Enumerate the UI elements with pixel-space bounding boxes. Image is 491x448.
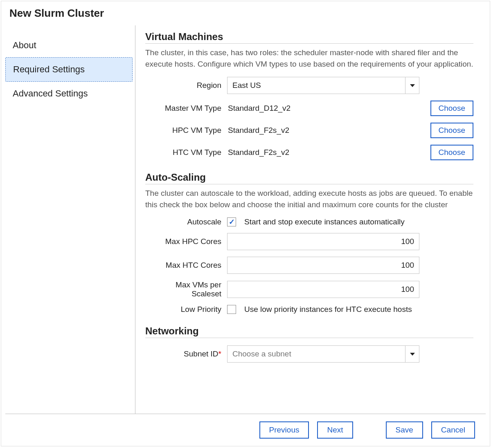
cancel-button[interactable]: Cancel: [431, 421, 475, 439]
chevron-down-icon: [410, 84, 415, 87]
label-low-priority: Low Priority: [145, 305, 227, 314]
master-vm-type-value: Standard_D12_v2: [227, 104, 426, 113]
section-auto-scaling: Auto-Scaling The cluster can autoscale t…: [145, 172, 473, 314]
chevron-down-icon: [410, 353, 415, 356]
sidebar-item-label: Advanced Settings: [13, 88, 88, 99]
section-heading: Networking: [145, 325, 473, 338]
section-heading: Virtual Machines: [145, 31, 473, 44]
save-button[interactable]: Save: [386, 421, 423, 439]
sidebar-item-advanced-settings[interactable]: Advanced Settings: [5, 82, 133, 105]
required-asterisk: *: [218, 349, 221, 358]
region-select[interactable]: East US: [227, 77, 419, 94]
wizard-footer: Previous Next Save Cancel: [5, 414, 486, 446]
row-low-priority: Low Priority Use low priority instances …: [145, 305, 473, 314]
region-select-value: East US: [227, 77, 405, 94]
low-priority-checkbox-label: Use low priority instances for HTC execu…: [244, 305, 412, 314]
label-max-vms-per-scaleset: Max VMs per Scaleset: [145, 280, 227, 298]
new-cluster-panel: New Slurm Cluster About Required Setting…: [1, 1, 490, 446]
autoscale-checkbox[interactable]: ✓: [227, 217, 236, 226]
max-htc-cores-input[interactable]: [227, 257, 419, 274]
row-autoscale: Autoscale ✓ Start and stop execute insta…: [145, 217, 473, 226]
label-htc-vm-type: HTC VM Type: [145, 148, 227, 157]
low-priority-checkbox[interactable]: [227, 305, 236, 314]
section-description: The cluster, in this case, has two roles…: [145, 47, 473, 69]
label-subnet-id-text: Subnet ID: [184, 349, 218, 358]
max-vms-per-scaleset-input[interactable]: [227, 281, 419, 298]
label-hpc-vm-type: HPC VM Type: [145, 126, 227, 135]
sidebar-item-label: Required Settings: [13, 64, 85, 74]
footer-gap: [361, 421, 378, 439]
label-autoscale: Autoscale: [145, 217, 227, 226]
row-max-vms-per-scaleset: Max VMs per Scaleset: [145, 280, 473, 298]
previous-button[interactable]: Previous: [259, 421, 309, 439]
wizard-content: Virtual Machines The cluster, in this ca…: [135, 25, 486, 414]
row-max-htc-cores: Max HTC Cores: [145, 257, 473, 274]
subnet-select-toggle[interactable]: [405, 346, 419, 362]
sidebar-item-label: About: [13, 40, 36, 50]
panel-title: New Slurm Cluster: [1, 1, 490, 21]
label-region: Region: [145, 81, 227, 90]
panel-body: About Required Settings Advanced Setting…: [1, 21, 490, 414]
check-icon: ✓: [229, 218, 235, 226]
subnet-select-placeholder: Choose a subnet: [227, 346, 405, 362]
wizard-sidebar: About Required Settings Advanced Setting…: [5, 25, 135, 414]
choose-htc-vm-button[interactable]: Choose: [430, 145, 474, 160]
section-virtual-machines: Virtual Machines The cluster, in this ca…: [145, 31, 473, 160]
subnet-select[interactable]: Choose a subnet: [227, 345, 419, 363]
choose-master-vm-button[interactable]: Choose: [430, 101, 474, 116]
row-subnet-id: Subnet ID* Choose a subnet: [145, 345, 473, 363]
region-select-toggle[interactable]: [405, 77, 419, 94]
row-htc-vm-type: HTC VM Type Standard_F2s_v2 Choose: [145, 145, 473, 160]
sidebar-item-about[interactable]: About: [5, 34, 133, 57]
htc-vm-type-value: Standard_F2s_v2: [227, 148, 426, 157]
sidebar-item-required-settings[interactable]: Required Settings: [5, 57, 133, 82]
row-max-hpc-cores: Max HPC Cores: [145, 233, 473, 250]
choose-hpc-vm-button[interactable]: Choose: [430, 123, 474, 138]
next-button[interactable]: Next: [317, 421, 353, 439]
max-hpc-cores-input[interactable]: [227, 233, 419, 250]
section-networking: Networking Subnet ID* Choose a subnet: [145, 325, 473, 363]
row-hpc-vm-type: HPC VM Type Standard_F2s_v2 Choose: [145, 123, 473, 138]
label-master-vm-type: Master VM Type: [145, 104, 227, 113]
autoscale-checkbox-label: Start and stop execute instances automat…: [244, 217, 405, 226]
section-heading: Auto-Scaling: [145, 172, 473, 184]
label-max-hpc-cores: Max HPC Cores: [145, 237, 227, 246]
row-region: Region East US: [145, 77, 473, 94]
hpc-vm-type-value: Standard_F2s_v2: [227, 126, 426, 135]
row-master-vm-type: Master VM Type Standard_D12_v2 Choose: [145, 101, 473, 116]
section-description: The cluster can autoscale to the workloa…: [145, 188, 473, 210]
label-subnet-id: Subnet ID*: [145, 349, 227, 358]
label-max-htc-cores: Max HTC Cores: [145, 261, 227, 270]
